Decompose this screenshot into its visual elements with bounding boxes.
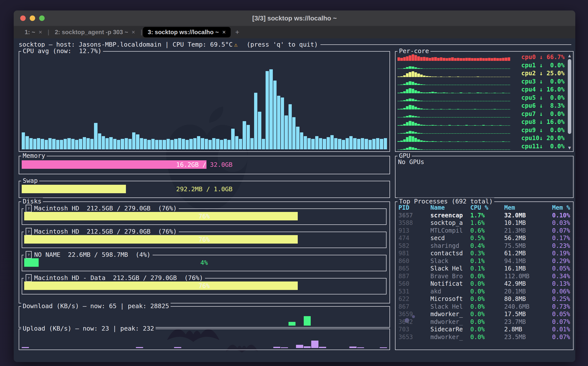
process-row[interactable]: 622Microsoft0.0%80.8MB0.25% [398,295,571,303]
spark-bar [451,125,454,126]
spark-bar [471,101,474,101]
spark-bar [440,57,442,61]
process-row[interactable]: 3653mdworker_0.0%23.5MB0.07% [398,333,571,341]
bar [193,138,196,149]
process-row[interactable]: 913MTLCompil0.6%21.3MB0.07% [398,227,571,235]
bar [227,140,231,149]
spark-bar [454,93,457,93]
bar [330,135,334,149]
spark-bar [460,85,462,85]
bar [87,138,90,149]
process-row[interactable]: 3657screencap1.7%32.0MB0.10% [398,212,571,219]
spark-bar [482,58,485,61]
process-cpu: 0.5% [470,235,504,242]
bar [266,71,269,149]
spark-bar [448,133,451,134]
spark-bar [417,91,420,93]
spark-bar [426,133,428,134]
spark-bar [412,67,414,69]
spark-bar [508,117,510,117]
spark-bar [460,133,462,134]
spark-bar [446,85,448,85]
tab-3[interactable]: 3: socktop ws://localho ~× [143,27,231,37]
process-row[interactable]: 867Slack Hel0.0%240.6MB0.73% [398,303,571,311]
tab-close-icon[interactable]: × [222,29,226,36]
spark-bar [397,101,400,101]
scrollbar-track[interactable] [568,58,571,145]
process-pid: 860 [398,258,430,265]
spark-bar [434,133,437,134]
spark-bar [414,138,417,142]
process-row[interactable]: 474secd0.5%56.2MB0.17% [398,234,571,242]
spark-bar [505,117,507,117]
bar [307,138,311,149]
bar [182,139,185,149]
process-row[interactable]: 860Slack0.1%94.1MB0.29% [398,257,571,265]
tab-close-icon[interactable]: × [39,29,42,36]
bar [201,138,204,149]
close-window-button[interactable] [20,15,26,21]
scrollbar-thumb[interactable] [568,59,571,134]
process-row[interactable]: 582sharingd0.4%75.5MB0.23% [398,242,571,250]
process-row[interactable]: 887Brave Bro0.0%112.0MB0.34% [398,273,571,280]
gpu-panel: GPU No GPUs [395,156,574,198]
spark-bar [448,125,451,125]
tab-2[interactable]: 2: socktop_agent -p 303 ~× [50,27,140,37]
process-mem: 21.3MB [504,227,552,234]
spark-bar [468,142,471,142]
scroll-up-icon[interactable]: ▲ [568,53,571,58]
spark-bar [505,69,507,69]
window-titlebar[interactable]: [3/3] socktop ws://localho ~ [14,10,575,26]
spark-bar [496,150,499,150]
spark-bar [400,141,403,142]
spark-bar [463,133,465,134]
process-mempct: 0.06% [552,288,571,295]
spark-bar [499,58,502,61]
process-row[interactable]: 3588socktop_a1.6%10.1MB0.03% [398,219,571,227]
process-row[interactable]: 560Notificat0.0%42.9MB0.13% [398,280,571,288]
process-name: sharingd [430,242,470,249]
zoom-window-button[interactable] [39,15,45,21]
disk-gauge: 4% [24,258,384,267]
spark-bar [488,109,490,109]
process-row[interactable]: 3659mdworker_0.0%17.5MB0.05% [398,310,571,318]
spark-bar [409,72,411,77]
spark-bar [414,55,417,61]
spark-bar [420,75,423,77]
host-status-text: socktop — host: Jasons-MBP.localdomain |… [19,41,233,48]
minimize-window-button[interactable] [30,15,35,21]
process-row[interactable]: 865Slack Hel0.1%16.1MB0.05% [398,265,571,273]
process-row[interactable]: 531akd0.0%20.1MB0.06% [398,288,571,295]
disk-name-and-usage: Macintosh HD - Data 212.5GB / 279.0GB (7… [34,274,203,282]
bar [151,139,155,149]
bar [319,347,326,348]
core-row-cpu8: cpu8 ↓ 16.0% [397,118,565,126]
spark-bar [446,77,448,77]
process-row[interactable]: 3642mdworker_0.0%23.7MB0.07% [398,318,571,326]
bar [292,117,295,149]
spark-bar [431,133,434,134]
process-mempct: 0.05% [552,265,571,272]
scroll-down-icon[interactable]: ▼ [568,145,571,150]
per-core-list: cpu0 ↓ 66.7%cpu1 ↓ 0.0%cpu2 ↓ 25.0%cpu3 … [397,53,565,150]
spark-bar [443,92,445,93]
new-tab-button[interactable]: + [235,28,239,36]
spark-bar [406,106,408,109]
core-label: cpu1 ↓ 0.0% [521,62,565,69]
per-core-scrollbar[interactable]: ▲ ▼ [567,53,572,150]
bar [380,139,383,149]
process-cpu: 0.0% [470,311,504,318]
spark-bar [468,85,471,85]
tab-1[interactable]: 1: ~× [20,27,47,37]
spark-bar [437,77,440,77]
spark-bar [426,101,428,101]
process-row[interactable]: 981contactsd0.3%61.2MB0.19% [398,250,571,257]
spark-bar [485,133,488,134]
bar [41,139,44,149]
core-row-cpu6: cpu6 ↓ 8.3% [397,102,565,110]
process-row[interactable]: 703SidecarRe0.0%2.8MB0.01% [398,326,571,333]
tab-close-icon[interactable]: × [132,29,135,36]
spark-bar [443,142,445,142]
spark-bar [412,54,414,61]
spark-bar [482,101,485,101]
